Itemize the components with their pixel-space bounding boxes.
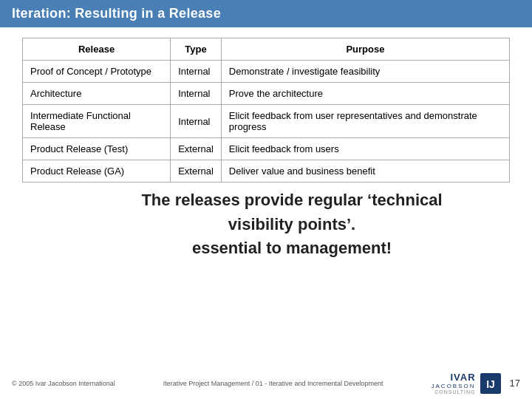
visibility-text-line2: visibility points’. bbox=[89, 214, 495, 236]
footer-right: IVAR JACOBSON CONSULTING IJ 17 bbox=[432, 372, 520, 395]
footer-center-text: Iterative Project Management / 01 - Iter… bbox=[115, 380, 432, 387]
cell-type: Internal bbox=[171, 105, 222, 138]
ivar-jacobson-logo: IVAR JACOBSON CONSULTING bbox=[432, 372, 476, 395]
essential-text: essential to management! bbox=[89, 238, 495, 259]
header-title: Iteration: Resulting in a Release bbox=[12, 6, 221, 21]
logo-ivar-text: IVAR bbox=[450, 372, 475, 383]
visibility-text-line1: The releases provide regular ‘technical bbox=[89, 190, 495, 211]
cell-release: Proof of Concept / Prototype bbox=[23, 61, 171, 83]
table-row: Proof of Concept / PrototypeInternalDemo… bbox=[23, 61, 510, 83]
main-content: Release Type Purpose Proof of Concept / … bbox=[0, 27, 532, 265]
cell-release: Architecture bbox=[23, 83, 171, 105]
col-release: Release bbox=[23, 38, 171, 61]
cell-purpose: Deliver value and business benefit bbox=[221, 160, 509, 183]
table-header-row: Release Type Purpose bbox=[23, 38, 510, 61]
table-row: Product Release (GA)ExternalDeliver valu… bbox=[23, 160, 510, 183]
col-type: Type bbox=[171, 38, 222, 61]
svg-text:IJ: IJ bbox=[486, 378, 495, 390]
page-header: Iteration: Resulting in a Release bbox=[0, 0, 532, 27]
cell-type: Internal bbox=[171, 83, 222, 105]
logo-jacobson-text: JACOBSON bbox=[432, 383, 476, 389]
footer: © 2005 Ivar Jacobson International Itera… bbox=[0, 372, 532, 395]
cell-type: Internal bbox=[171, 61, 222, 83]
cell-release: Intermediate Functional Release bbox=[23, 105, 171, 138]
bottom-section: The releases provide regular ‘technical … bbox=[89, 190, 495, 259]
table-row: ArchitectureInternalProve the architectu… bbox=[23, 83, 510, 105]
page-number: 17 bbox=[510, 378, 520, 389]
table-row: Product Release (Test)ExternalElicit fee… bbox=[23, 138, 510, 160]
cell-purpose: Elicit feedback from users bbox=[221, 138, 509, 160]
release-table: Release Type Purpose Proof of Concept / … bbox=[22, 38, 510, 183]
cell-release: Product Release (GA) bbox=[23, 160, 171, 183]
logo-consulting-text: CONSULTING bbox=[434, 389, 475, 395]
cell-purpose: Prove the architecture bbox=[221, 83, 509, 105]
logo-icon: IJ bbox=[480, 373, 501, 394]
col-purpose: Purpose bbox=[221, 38, 509, 61]
cell-type: External bbox=[171, 138, 222, 160]
cell-purpose: Elicit feedback from user representative… bbox=[221, 105, 509, 138]
cell-type: External bbox=[171, 160, 222, 183]
table-row: Intermediate Functional ReleaseInternalE… bbox=[23, 105, 510, 138]
footer-copyright: © 2005 Ivar Jacobson International bbox=[12, 380, 115, 387]
cell-purpose: Demonstrate / investigate feasibility bbox=[221, 61, 509, 83]
cell-release: Product Release (Test) bbox=[23, 138, 171, 160]
